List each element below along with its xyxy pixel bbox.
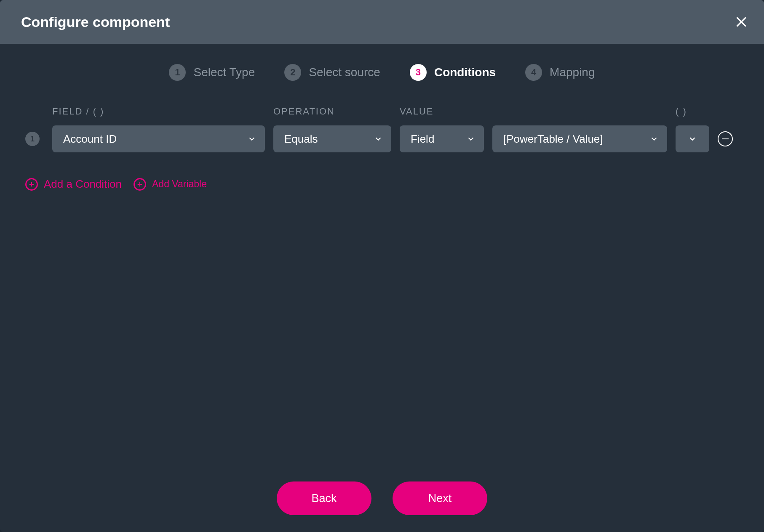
stepper: 1 Select Type 2 Select source 3 Conditio… bbox=[0, 44, 764, 106]
step-conditions[interactable]: 3 Conditions bbox=[410, 64, 496, 81]
modal-footer: Back Next bbox=[0, 465, 764, 532]
configure-component-modal: Configure component 1 Select Type 2 Sele… bbox=[0, 0, 764, 532]
back-button[interactable]: Back bbox=[277, 481, 371, 515]
step-number: 1 bbox=[169, 64, 186, 81]
step-label: Conditions bbox=[434, 66, 496, 79]
paren-select[interactable] bbox=[676, 125, 709, 152]
header-paren: ( ) bbox=[676, 106, 709, 117]
step-label: Mapping bbox=[550, 66, 595, 79]
plus-circle-icon bbox=[25, 178, 38, 191]
chevron-down-icon bbox=[247, 134, 256, 144]
plus-circle-icon bbox=[134, 178, 146, 191]
value-select-value: [PowerTable / Value] bbox=[503, 133, 603, 146]
header-value: VALUE bbox=[400, 106, 484, 117]
step-label: Select source bbox=[309, 66, 380, 79]
condition-number: 1 bbox=[25, 132, 40, 146]
add-variable-button[interactable]: Add Variable bbox=[134, 178, 207, 191]
modal-header: Configure component bbox=[0, 0, 764, 44]
condition-row: 1 Account ID Equals Field [P bbox=[25, 125, 739, 152]
conditions-content: FIELD / ( ) OPERATION VALUE ( ) 1 Accoun… bbox=[0, 106, 764, 465]
value-type-select-value: Field bbox=[411, 133, 434, 146]
step-number: 3 bbox=[410, 64, 427, 81]
value-select[interactable]: [PowerTable / Value] bbox=[492, 125, 667, 152]
step-number: 4 bbox=[525, 64, 542, 81]
field-select-value: Account ID bbox=[63, 133, 117, 146]
remove-condition-button[interactable] bbox=[718, 131, 733, 146]
add-condition-button[interactable]: Add a Condition bbox=[25, 178, 122, 191]
field-select[interactable]: Account ID bbox=[52, 125, 265, 152]
step-select-source[interactable]: 2 Select source bbox=[284, 64, 380, 81]
chevron-down-icon bbox=[649, 134, 659, 144]
step-number: 2 bbox=[284, 64, 301, 81]
header-field: FIELD / ( ) bbox=[52, 106, 265, 117]
operation-select-value: Equals bbox=[284, 133, 318, 146]
add-actions: Add a Condition Add Variable bbox=[25, 178, 739, 191]
column-headers: FIELD / ( ) OPERATION VALUE ( ) bbox=[25, 106, 739, 117]
operation-select[interactable]: Equals bbox=[273, 125, 391, 152]
step-label: Select Type bbox=[193, 66, 255, 79]
value-type-select[interactable]: Field bbox=[400, 125, 484, 152]
header-operation: OPERATION bbox=[273, 106, 391, 117]
chevron-down-icon bbox=[374, 134, 383, 144]
close-icon[interactable] bbox=[734, 14, 749, 29]
add-variable-label: Add Variable bbox=[152, 178, 207, 190]
chevron-down-icon bbox=[466, 134, 475, 144]
modal-title: Configure component bbox=[21, 14, 170, 30]
step-mapping[interactable]: 4 Mapping bbox=[525, 64, 595, 81]
minus-icon bbox=[722, 138, 729, 140]
chevron-down-icon bbox=[688, 134, 697, 144]
add-condition-label: Add a Condition bbox=[44, 178, 122, 191]
step-select-type[interactable]: 1 Select Type bbox=[169, 64, 255, 81]
next-button[interactable]: Next bbox=[393, 481, 487, 515]
